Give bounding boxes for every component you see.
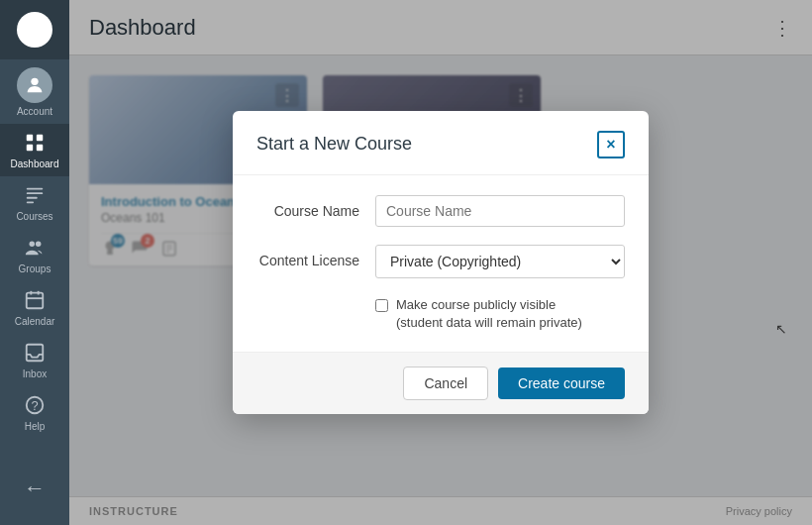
- form-row-course-name: Course Name: [256, 195, 625, 227]
- sidebar-logo: [0, 0, 69, 59]
- calendar-icon: [24, 289, 46, 314]
- sidebar-item-account-label: Account: [17, 106, 52, 118]
- svg-point-1: [31, 26, 39, 34]
- svg-rect-25: [27, 345, 44, 362]
- sidebar-item-help[interactable]: ? Help: [0, 386, 69, 439]
- svg-rect-14: [37, 145, 43, 151]
- sidebar-item-courses[interactable]: Courses: [0, 176, 69, 229]
- svg-text:?: ?: [31, 398, 38, 413]
- modal-footer: Cancel Create course: [233, 352, 649, 414]
- sidebar-item-groups-label: Groups: [19, 263, 51, 275]
- courses-icon: [24, 184, 46, 209]
- cancel-button[interactable]: Cancel: [403, 367, 488, 400]
- logo-icon: [17, 12, 52, 48]
- sidebar-item-inbox-label: Inbox: [23, 368, 47, 380]
- svg-rect-13: [27, 145, 33, 151]
- svg-rect-15: [27, 188, 44, 190]
- inbox-icon: [24, 342, 46, 367]
- svg-point-19: [30, 242, 36, 248]
- sidebar-item-dashboard-label: Dashboard: [11, 158, 59, 170]
- svg-point-20: [36, 242, 41, 248]
- account-avatar: [17, 67, 52, 103]
- sidebar-item-courses-label: Courses: [16, 211, 52, 223]
- sidebar-item-dashboard[interactable]: Dashboard: [0, 124, 69, 176]
- svg-point-10: [31, 78, 38, 85]
- back-button[interactable]: ←: [16, 468, 53, 509]
- public-visibility-row: Make course publicly visible (student da…: [375, 296, 625, 332]
- sidebar: Account Dashboard Courses: [0, 0, 69, 525]
- modal-close-button[interactable]: ×: [597, 131, 625, 158]
- sidebar-item-inbox[interactable]: Inbox: [0, 334, 69, 386]
- groups-icon: [24, 237, 46, 262]
- sidebar-item-account[interactable]: Account: [0, 59, 69, 124]
- modal-header: Start a New Course ×: [233, 111, 649, 175]
- help-icon: ?: [24, 394, 46, 419]
- svg-rect-16: [27, 192, 44, 194]
- modal-title: Start a New Course: [256, 134, 412, 155]
- sidebar-item-help-label: Help: [25, 421, 46, 433]
- sidebar-item-calendar-label: Calendar: [15, 316, 55, 328]
- dashboard-icon: [24, 132, 46, 157]
- svg-rect-11: [27, 135, 33, 141]
- course-name-label: Course Name: [256, 195, 375, 219]
- sidebar-bottom: ←: [0, 458, 69, 525]
- public-visibility-checkbox[interactable]: [375, 299, 388, 312]
- svg-rect-12: [37, 135, 43, 141]
- course-name-input[interactable]: [375, 195, 625, 227]
- svg-rect-21: [27, 293, 44, 309]
- sidebar-item-groups[interactable]: Groups: [0, 229, 69, 281]
- modal-overlay: Start a New Course × Course Name Content…: [69, 0, 812, 525]
- content-license-select[interactable]: Private (Copyrighted) Public Domain CC A…: [375, 245, 625, 278]
- svg-rect-18: [27, 201, 34, 203]
- form-row-content-license: Content License Private (Copyrighted) Pu…: [256, 245, 625, 278]
- svg-rect-17: [27, 197, 38, 199]
- create-course-button[interactable]: Create course: [498, 368, 625, 399]
- content-license-label: Content License: [256, 245, 375, 268]
- modal-body: Course Name Content License Private (Cop…: [233, 175, 649, 352]
- modal: Start a New Course × Course Name Content…: [233, 111, 649, 414]
- public-visibility-label: Make course publicly visible (student da…: [396, 296, 582, 332]
- sidebar-item-calendar[interactable]: Calendar: [0, 281, 69, 334]
